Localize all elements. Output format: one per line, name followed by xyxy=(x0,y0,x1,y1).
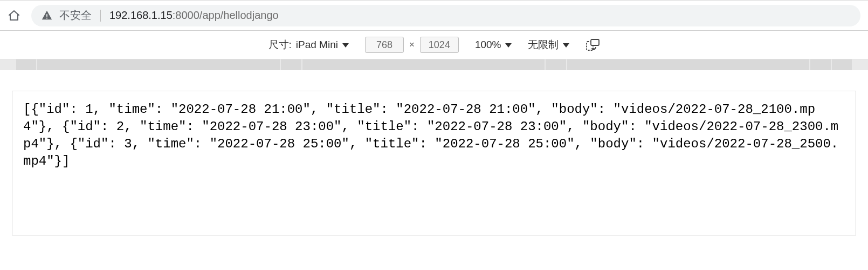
home-button[interactable] xyxy=(8,9,20,22)
url-path: :8000/app/hellodjango xyxy=(173,9,279,21)
width-input[interactable]: 768 xyxy=(365,37,404,53)
response-body: [{"id": 1, "time": "2022-07-28 21:00", "… xyxy=(23,101,845,170)
device-toolbar: 尺寸: iPad Mini 768 × 1024 100% 无限制 xyxy=(0,30,868,59)
device-viewport: [{"id": 1, "time": "2022-07-28 21:00", "… xyxy=(0,70,868,256)
not-secure-icon xyxy=(41,10,53,22)
not-secure-label: 不安全 xyxy=(59,8,92,23)
throttling-selector[interactable]: 无限制 xyxy=(528,38,569,52)
svg-rect-0 xyxy=(46,14,47,17)
device-selector[interactable]: 尺寸: iPad Mini xyxy=(268,38,349,52)
svg-rect-1 xyxy=(46,17,47,18)
ruler xyxy=(0,59,868,70)
dimensions-label: 尺寸: xyxy=(268,38,292,52)
svg-rect-3 xyxy=(591,39,599,45)
zoom-selector[interactable]: 100% xyxy=(475,39,512,51)
address-bar[interactable]: 不安全 192.168.1.15:8000/app/hellodjango xyxy=(31,5,860,26)
zoom-value: 100% xyxy=(475,39,501,51)
url-text: 192.168.1.15:8000/app/hellodjango xyxy=(109,9,279,22)
throttling-value: 无限制 xyxy=(528,38,559,52)
chevron-down-icon xyxy=(563,43,569,48)
rotate-button[interactable] xyxy=(585,39,600,51)
chevron-down-icon xyxy=(505,43,512,48)
url-host: 192.168.1.15 xyxy=(109,9,173,21)
chevron-down-icon xyxy=(342,43,349,48)
browser-toolbar: 不安全 192.168.1.15:8000/app/hellodjango xyxy=(0,0,868,30)
dimension-x-label: × xyxy=(409,39,415,50)
dimension-inputs: 768 × 1024 xyxy=(365,37,459,53)
page-frame: [{"id": 1, "time": "2022-07-28 21:00", "… xyxy=(12,91,856,235)
device-name: iPad Mini xyxy=(296,39,338,51)
height-input[interactable]: 1024 xyxy=(420,37,459,53)
omnibox-divider xyxy=(100,10,101,22)
